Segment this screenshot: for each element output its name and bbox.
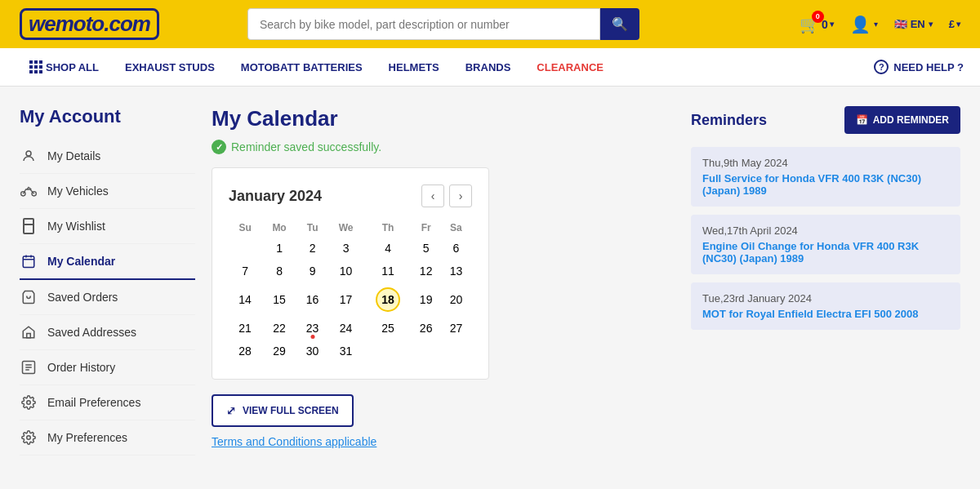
- calendar-day[interactable]: 24: [327, 317, 363, 340]
- calendar-day[interactable]: 4: [364, 237, 412, 260]
- reminder-date-2: Wed,17th April 2024: [702, 224, 949, 237]
- calendar-day[interactable]: 14: [229, 282, 261, 317]
- calendar-day[interactable]: 12: [412, 260, 439, 282]
- currency-selector[interactable]: £ ▾: [949, 18, 960, 30]
- calendar-day[interactable]: 21: [229, 317, 261, 340]
- calendar-day[interactable]: 31: [327, 340, 363, 362]
- calendar-day-today[interactable]: 18: [364, 282, 412, 317]
- calendar-day[interactable]: 20: [440, 282, 472, 317]
- nav-item-helmets[interactable]: HELMETS: [376, 50, 452, 85]
- reminder-card-1[interactable]: Thu,9th May 2024 Full Service for Honda …: [691, 147, 960, 207]
- calendar-day[interactable]: 17: [327, 282, 363, 317]
- calendar-grid: Su Mo Tu We Th Fr Sa 1 2 3: [229, 219, 472, 362]
- sidebar-item-my-preferences[interactable]: My Preferences: [20, 420, 195, 456]
- reminder-card-3[interactable]: Tue,23rd January 2024 MOT for Royal Enfi…: [691, 282, 960, 330]
- sidebar-item-label: My Preferences: [47, 431, 127, 444]
- page-title: My Calendar: [212, 106, 675, 131]
- reminder-desc-2: Engine Oil Change for Honda VFR 400 R3K …: [702, 240, 949, 265]
- sidebar-item-my-vehicles[interactable]: My Vehicles: [20, 174, 195, 209]
- calendar-day[interactable]: 2: [297, 237, 328, 260]
- sidebar-item-order-history[interactable]: Order History: [20, 350, 195, 385]
- calendar-day[interactable]: 13: [440, 260, 472, 282]
- calendar-day[interactable]: 22: [261, 317, 297, 340]
- calendar-day[interactable]: 25: [364, 317, 412, 340]
- currency-dropdown-icon: ▾: [956, 20, 960, 29]
- reminder-desc-1: Full Service for Honda VFR 400 R3K (NC30…: [702, 172, 949, 197]
- cart-dropdown-icon: ▾: [830, 20, 834, 29]
- calendar-icon: [20, 252, 38, 270]
- account-icon[interactable]: 👤 ▾: [850, 15, 878, 34]
- nav-item-exhaust-studs[interactable]: EXHAUST STUDS: [112, 50, 228, 85]
- nav-item-brands[interactable]: BRANDS: [452, 50, 524, 85]
- calendar-day[interactable]: 8: [261, 260, 297, 282]
- search-button[interactable]: 🔍: [600, 8, 639, 40]
- list-icon: [20, 358, 38, 376]
- sidebar-item-label: My Calendar: [47, 255, 115, 268]
- calendar-prev-button[interactable]: ‹: [421, 184, 444, 207]
- search-input[interactable]: [247, 8, 600, 40]
- sidebar-item-label: Order History: [47, 361, 115, 374]
- nav-item-clearance[interactable]: CLEARANCE: [523, 50, 617, 85]
- home-icon: [20, 323, 38, 341]
- calendar-day[interactable]: 3: [327, 237, 363, 260]
- calendar-day[interactable]: 30: [297, 340, 328, 362]
- calendar-day[interactable]: 11: [364, 260, 412, 282]
- calendar-day[interactable]: 10: [327, 260, 363, 282]
- calendar-day[interactable]: 28: [229, 340, 261, 362]
- add-reminder-button[interactable]: 📅 ADD REMINDER: [844, 106, 960, 134]
- calendar-add-icon: 📅: [856, 114, 868, 126]
- lang-dropdown-icon: ▾: [929, 20, 933, 29]
- calendar-day[interactable]: 9: [297, 260, 328, 282]
- calendar-week: 7 8 9 10 11 12 13: [229, 260, 472, 282]
- header-right: 🛒 0 0 ▾ 👤 ▾ 🇬🇧 EN ▾ £ ▾: [800, 15, 960, 34]
- today-indicator: 18: [376, 287, 400, 312]
- calendar-day[interactable]: 29: [261, 340, 297, 362]
- nav-item-motobatt[interactable]: MOTOBATT BATTERIES: [228, 50, 376, 85]
- calendar-day[interactable]: 16: [297, 282, 328, 317]
- calendar-nav: ‹ ›: [421, 184, 472, 207]
- logo-text: wemoto.com: [20, 8, 159, 40]
- calendar-card: January 2024 ‹ › Su Mo Tu We Th Fr Sa: [212, 167, 489, 380]
- sidebar-item-my-calendar[interactable]: My Calendar: [20, 244, 195, 280]
- reminders-header: Reminders 📅 ADD REMINDER: [691, 106, 960, 134]
- calendar-day-empty: [412, 340, 439, 362]
- logo[interactable]: wemoto.com: [20, 8, 159, 40]
- sidebar: My Account My Details My Vehicles My Wis…: [20, 106, 195, 456]
- svg-point-13: [27, 401, 31, 405]
- sidebar-item-saved-addresses[interactable]: Saved Addresses: [20, 315, 195, 350]
- view-fullscreen-button[interactable]: ⤢ VIEW FULL SCREEN: [212, 394, 354, 427]
- day-header-fr: Fr: [412, 219, 439, 237]
- header: wemoto.com 🔍 🛒 0 0 ▾ 👤 ▾ 🇬🇧 EN ▾ £ ▾: [0, 0, 980, 48]
- svg-point-0: [26, 151, 31, 156]
- calendar-next-button[interactable]: ›: [449, 184, 472, 207]
- terms-link[interactable]: Terms and Conditions applicable: [212, 435, 376, 448]
- expand-icon: ⤢: [226, 404, 236, 417]
- calendar-day-empty: [364, 340, 412, 362]
- cart-icon[interactable]: 🛒 0 0 ▾: [800, 15, 834, 34]
- sidebar-item-saved-orders[interactable]: Saved Orders: [20, 280, 195, 315]
- reminder-desc-3: MOT for Royal Enfield Electra EFI 500 20…: [702, 308, 949, 320]
- nav-item-shop-all[interactable]: SHOP ALL: [16, 49, 112, 85]
- sidebar-title: My Account: [20, 106, 195, 127]
- calendar-day[interactable]: 27: [440, 317, 472, 340]
- calendar-day[interactable]: 19: [412, 282, 439, 317]
- reminders-section: Reminders 📅 ADD REMINDER Thu,9th May 202…: [691, 106, 960, 456]
- bike-icon: [20, 182, 38, 200]
- calendar-week: 21 22 23 24 25 26 27: [229, 317, 472, 340]
- user-icon: 👤: [850, 15, 871, 34]
- nav-help[interactable]: ? NEED HELP ?: [874, 48, 964, 86]
- calendar-day[interactable]: 1: [261, 237, 297, 260]
- day-header-we: We: [327, 219, 363, 237]
- calendar-day[interactable]: 15: [261, 282, 297, 317]
- calendar-day[interactable]: 5: [412, 237, 439, 260]
- calendar-day[interactable]: 26: [412, 317, 439, 340]
- calendar-day[interactable]: 7: [229, 260, 261, 282]
- calendar-day-with-event[interactable]: 23: [297, 317, 328, 340]
- sidebar-item-label: My Wishlist: [47, 220, 105, 233]
- calendar-day[interactable]: 6: [440, 237, 472, 260]
- language-selector[interactable]: 🇬🇧 EN ▾: [894, 18, 933, 30]
- reminder-card-2[interactable]: Wed,17th April 2024 Engine Oil Change fo…: [691, 215, 960, 274]
- sidebar-item-email-preferences[interactable]: Email Preferences: [20, 385, 195, 420]
- sidebar-item-my-details[interactable]: My Details: [20, 139, 195, 174]
- sidebar-item-my-wishlist[interactable]: My Wishlist: [20, 209, 195, 244]
